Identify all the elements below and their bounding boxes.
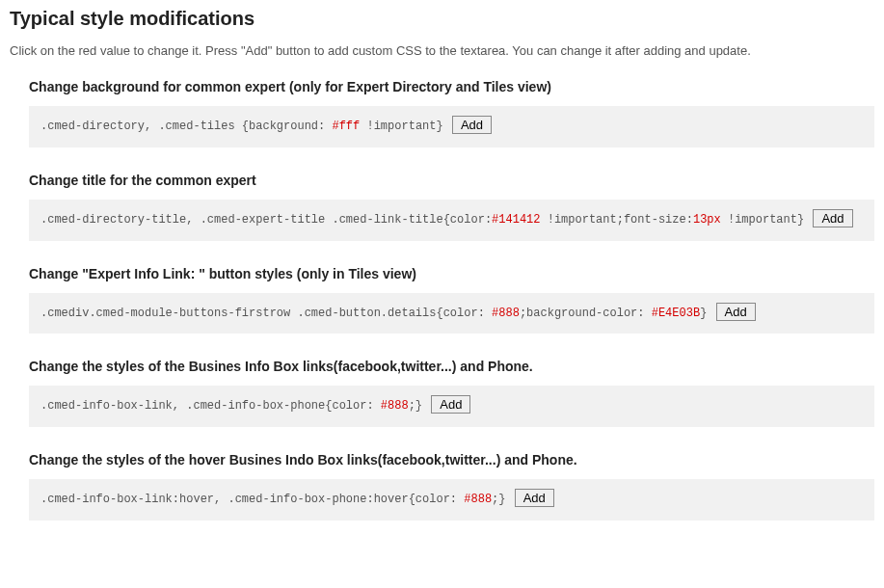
style-section: Change the styles of the hover Busines I…: [29, 452, 874, 521]
editable-css-value[interactable]: #888: [492, 307, 520, 320]
editable-css-value[interactable]: #141412: [492, 213, 540, 227]
section-title: Change the styles of the hover Busines I…: [29, 452, 874, 468]
css-code-block: .cmed-directory, .cmed-tiles {background…: [29, 106, 874, 147]
section-title: Change "Expert Info Link: " button style…: [29, 266, 874, 281]
css-text: }: [700, 307, 707, 320]
css-text: !important;font-size:: [541, 213, 693, 227]
add-button[interactable]: Add: [515, 489, 554, 507]
css-text: ;background-color:: [520, 307, 652, 320]
intro-text: Click on the red value to change it. Pre…: [10, 43, 874, 58]
section-title: Change background for common expert (onl…: [29, 79, 874, 94]
css-text: !important}: [721, 213, 804, 227]
style-section: Change the styles of the Busines Info Bo…: [29, 359, 874, 427]
css-code-block: .cmed-directory-title, .cmed-expert-titl…: [29, 200, 874, 241]
style-section: Change title for the common expert.cmed-…: [29, 173, 874, 241]
section-title: Change title for the common expert: [29, 173, 874, 188]
page-title: Typical style modifications: [10, 8, 874, 30]
css-text: .cmed-directory, .cmed-tiles {background…: [40, 120, 332, 133]
section-title: Change the styles of the Busines Info Bo…: [29, 359, 874, 374]
editable-css-value[interactable]: 13px: [693, 213, 721, 227]
css-text: .cmed-directory-title, .cmed-expert-titl…: [40, 213, 492, 227]
editable-css-value[interactable]: #888: [464, 493, 492, 506]
css-text: .cmed-info-box-link:hover, .cmed-info-bo…: [40, 493, 464, 506]
editable-css-value[interactable]: #E4E03B: [652, 307, 700, 320]
css-code-block: .cmediv.cmed-module-buttons-firstrow .cm…: [29, 293, 874, 334]
css-code-block: .cmed-info-box-link, .cmed-info-box-phon…: [29, 386, 874, 427]
css-text: .cmediv.cmed-module-buttons-firstrow .cm…: [40, 307, 492, 320]
editable-css-value[interactable]: #fff: [332, 120, 360, 133]
add-button[interactable]: Add: [452, 116, 492, 134]
css-text: .cmed-info-box-link, .cmed-info-box-phon…: [40, 399, 381, 413]
css-text: ;}: [492, 493, 505, 506]
add-button[interactable]: Add: [716, 303, 756, 321]
style-section: Change background for common expert (onl…: [29, 79, 874, 147]
add-button[interactable]: Add: [813, 209, 852, 227]
style-section: Change "Expert Info Link: " button style…: [29, 266, 874, 334]
add-button[interactable]: Add: [431, 395, 470, 414]
css-code-block: .cmed-info-box-link:hover, .cmed-info-bo…: [29, 479, 874, 521]
css-text: ;}: [409, 399, 422, 413]
editable-css-value[interactable]: #888: [381, 399, 409, 413]
css-text: !important}: [360, 120, 442, 133]
